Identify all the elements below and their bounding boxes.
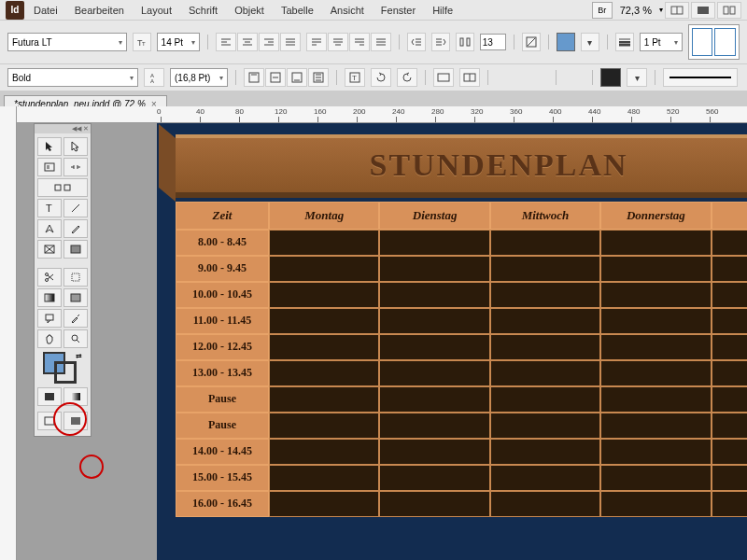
rectangle-tool[interactable] (63, 240, 88, 259)
schedule-cell[interactable] (490, 230, 600, 256)
schedule-cell[interactable] (712, 491, 747, 517)
schedule-cell[interactable] (269, 308, 379, 334)
schedule-cell[interactable] (600, 230, 711, 256)
schedule-cell[interactable] (269, 465, 379, 491)
schedule-cell[interactable] (490, 386, 600, 413)
pencil-tool[interactable] (63, 219, 88, 238)
rectangle-frame-tool[interactable] (37, 240, 62, 259)
schedule-cell[interactable] (490, 465, 600, 491)
schedule-cell[interactable] (379, 439, 489, 465)
apply-gradient-icon[interactable] (63, 387, 88, 406)
menu-hilfe[interactable]: Hilfe (425, 3, 460, 18)
menu-tabelle[interactable]: Tabelle (274, 3, 321, 18)
time-cell[interactable]: 15.00 - 15.45 (176, 465, 269, 491)
schedule-cell[interactable] (379, 282, 489, 308)
schedule-cell[interactable] (379, 360, 489, 386)
schedule-cell[interactable] (712, 439, 747, 465)
columns-field[interactable] (480, 34, 506, 50)
schedule-cell[interactable] (490, 256, 600, 282)
schedule-cell[interactable] (600, 491, 711, 517)
justify-last-left-icon[interactable] (306, 33, 327, 51)
time-cell[interactable]: 10.00 - 10.45 (176, 282, 269, 308)
schedule-cell[interactable] (269, 334, 379, 360)
normal-view-icon[interactable] (37, 412, 62, 430)
split-cells-icon[interactable] (459, 68, 480, 87)
schedule-cell[interactable] (490, 491, 600, 517)
time-cell[interactable]: 16.00 - 16.45 (176, 491, 269, 517)
swap-fill-stroke-icon[interactable]: ⇄ (76, 352, 82, 360)
schedule-cell[interactable] (379, 308, 489, 334)
justify-last-center-icon[interactable] (328, 33, 348, 51)
valign-justify-icon[interactable] (308, 68, 329, 87)
schedule-cell[interactable] (712, 282, 747, 308)
schedule-cell[interactable] (600, 256, 711, 282)
eyedropper-tool[interactable] (63, 309, 88, 328)
selection-tool[interactable] (37, 137, 62, 156)
schedule-cell[interactable] (379, 491, 489, 517)
schedule-cell[interactable] (712, 334, 747, 360)
schedule-cell[interactable] (269, 413, 379, 439)
fill-swatch[interactable] (557, 33, 575, 51)
schedule-cell[interactable] (379, 334, 489, 360)
schedule-cell[interactable] (490, 308, 600, 334)
schedule-cell[interactable] (269, 360, 379, 386)
schedule-cell[interactable] (712, 230, 747, 256)
menu-fenster[interactable]: Fenster (374, 3, 423, 18)
chevron-down-icon[interactable]: ▾ (659, 6, 663, 14)
schedule-cell[interactable] (490, 360, 600, 386)
menu-bearbeiten[interactable]: Bearbeiten (67, 3, 132, 18)
free-transform-tool[interactable] (63, 268, 88, 287)
time-cell[interactable]: Pause (176, 386, 269, 413)
rotate-ccw-icon[interactable] (397, 68, 417, 87)
font-family-dropdown[interactable]: Futura LT (7, 33, 127, 51)
line-tool[interactable] (63, 199, 88, 217)
arrange-icon[interactable] (717, 2, 741, 19)
schedule-cell[interactable] (269, 230, 379, 256)
menu-layout[interactable]: Layout (134, 3, 179, 18)
direct-selection-tool[interactable] (63, 137, 88, 156)
schedule-cell[interactable] (379, 256, 489, 282)
justify-all-icon[interactable] (371, 33, 391, 51)
no-break-icon[interactable] (522, 33, 541, 51)
schedule-cell[interactable] (379, 230, 489, 256)
indent-left-icon[interactable] (407, 33, 426, 51)
schedule-cell[interactable] (712, 308, 747, 334)
preview-view-icon[interactable] (63, 412, 88, 430)
schedule-cell[interactable] (269, 256, 379, 282)
valign-bottom-icon[interactable] (287, 68, 307, 87)
gradient-swatch-tool[interactable] (37, 288, 62, 307)
gradient-feather-tool[interactable] (63, 288, 88, 307)
zoom-tool[interactable] (63, 329, 88, 348)
menu-schrift[interactable]: Schrift (181, 3, 225, 18)
menu-datei[interactable]: Datei (26, 3, 65, 18)
schedule-cell[interactable] (712, 465, 747, 491)
hand-tool[interactable] (37, 329, 62, 348)
stroke-color-icon[interactable] (54, 361, 77, 384)
indent-right-icon[interactable] (431, 33, 450, 51)
spread-preview[interactable] (688, 24, 740, 60)
text-frame-icon[interactable]: T (345, 68, 365, 87)
schedule-table[interactable]: ZeitMontagDienstagMittwochDonnerstagFrei… (176, 202, 747, 517)
justify-last-right-icon[interactable] (349, 33, 370, 51)
type-tool[interactable]: T (37, 199, 62, 217)
justify-icon[interactable] (280, 33, 301, 51)
stroke-swatch[interactable] (600, 68, 621, 87)
schedule-cell[interactable] (490, 282, 600, 308)
align-center-icon[interactable] (237, 33, 258, 51)
schedule-cell[interactable] (379, 386, 489, 413)
stroke-options-icon[interactable]: ▾ (627, 68, 647, 87)
valign-top-icon[interactable] (244, 68, 264, 87)
time-cell[interactable]: 8.00 - 8.45 (176, 230, 269, 256)
schedule-cell[interactable] (600, 282, 711, 308)
schedule-cell[interactable] (379, 465, 489, 491)
time-cell[interactable]: Pause (176, 413, 269, 439)
rotate-cw-icon[interactable] (371, 68, 391, 87)
merge-cells-icon[interactable] (433, 68, 454, 87)
swatch-options-icon[interactable]: ▾ (581, 33, 599, 51)
schedule-cell[interactable] (600, 386, 711, 413)
gap-tool[interactable] (63, 158, 88, 176)
schedule-cell[interactable] (712, 256, 747, 282)
view-mode-icon[interactable] (665, 2, 689, 19)
time-cell[interactable]: 11.00 - 11.45 (176, 308, 269, 334)
schedule-cell[interactable] (600, 465, 711, 491)
